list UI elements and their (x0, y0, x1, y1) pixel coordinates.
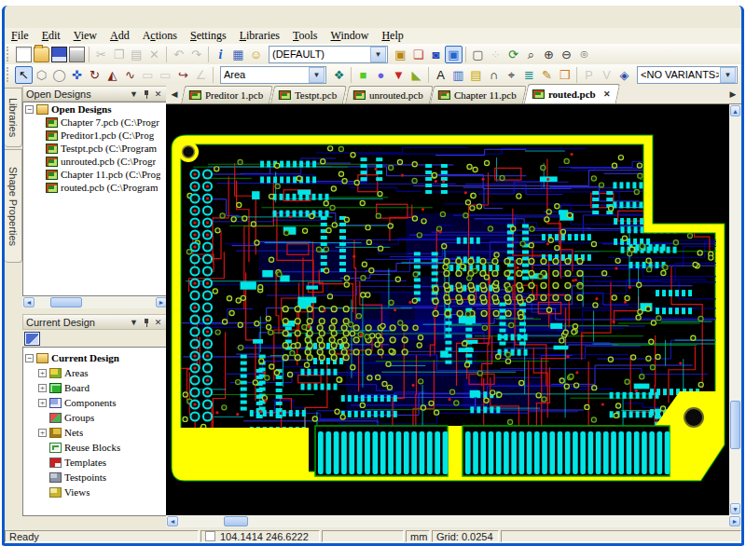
shape-tool-button[interactable]: ▼ (390, 66, 408, 84)
toolbar-button[interactable]: ▢ (469, 46, 487, 63)
toolbar-button[interactable]: A (432, 66, 449, 84)
toolbar-button[interactable]: ↻ (86, 66, 104, 84)
toolbar-button[interactable]: ⌕ (522, 46, 540, 63)
design-category-item[interactable]: + Board (23, 380, 167, 395)
toolbar-button[interactable]: ⌾ (575, 46, 593, 63)
expand-icon[interactable]: + (38, 429, 47, 437)
toolbar-button[interactable]: ↶ (170, 46, 187, 63)
toolbar-button[interactable]: ⊖ (558, 46, 575, 63)
open-designs-header[interactable]: Open Designs ▼ ✕ (22, 86, 168, 102)
toolbar-button[interactable]: ☺ (247, 46, 265, 63)
tab-close-icon[interactable]: ✕ (603, 89, 611, 99)
toolbar-button[interactable]: V (598, 66, 615, 84)
open-design-item[interactable]: Chapter 11.pcb (C:\Prog (23, 168, 167, 181)
grid-indicator[interactable]: Grid: 0.0254 (432, 530, 499, 542)
tree-root-row[interactable]: − Open Designs (23, 102, 167, 116)
panel-close-icon[interactable]: ✕ (152, 318, 164, 327)
toolbar-button[interactable]: ⟳ (504, 46, 522, 63)
design-category-item[interactable]: + Groups (23, 410, 167, 425)
panel-menu-icon[interactable]: ▼ (128, 89, 140, 99)
toolbar-button[interactable]: ▤ (128, 46, 145, 63)
design-category-item[interactable]: + Templates (23, 455, 167, 470)
menu-item[interactable]: Actions (136, 28, 184, 44)
toolbar-button[interactable]: ◯ (50, 66, 68, 84)
design-category-item[interactable]: + Reuse Blocks (23, 440, 167, 455)
menu-item[interactable]: Settings (184, 28, 233, 44)
style-combo[interactable]: (DEFAULT) ▼ (269, 46, 388, 63)
toolbar-button[interactable]: ✕ (145, 46, 163, 63)
scrollbar-thumb[interactable] (730, 401, 740, 449)
canvas-hscrollbar[interactable]: ◄ ► (166, 515, 741, 527)
menu-item[interactable]: Add (104, 28, 136, 44)
combo-arrow-icon[interactable]: ▼ (720, 67, 736, 83)
shape-tool-button[interactable]: ■ (354, 66, 372, 84)
toolbar-button[interactable]: ◈ (615, 66, 633, 84)
toolbar-button[interactable]: P (580, 66, 598, 84)
design-category-item[interactable]: + Views (23, 485, 167, 499)
toolbar-grip[interactable] (7, 47, 11, 61)
expand-icon[interactable]: + (38, 399, 47, 407)
menu-item[interactable]: Edit (35, 28, 67, 44)
toolbar-button[interactable]: ✎ (538, 66, 556, 84)
toolbar-button[interactable]: ⊕ (540, 46, 558, 63)
toolbar-button[interactable] (50, 46, 68, 63)
toolbar-button[interactable]: ✜ (68, 66, 86, 84)
document-tab[interactable]: routed.pcb ✕ (524, 84, 621, 103)
panel-pin-icon[interactable] (140, 317, 152, 328)
menu-item[interactable]: Window (325, 28, 376, 44)
expand-icon[interactable]: + (38, 369, 47, 377)
panel-menu-icon[interactable]: ▼ (128, 318, 140, 327)
toolbar-button[interactable]: ❖ (330, 66, 348, 84)
toolbar-button[interactable]: ▣ (445, 46, 463, 63)
toolbar-grip[interactable] (7, 67, 11, 82)
toolbar-button[interactable]: ◙ (427, 46, 445, 63)
toolbar-button[interactable]: ❐ (110, 46, 128, 63)
toolbar-button[interactable]: ∩ (485, 66, 503, 84)
toolbar-button[interactable] (68, 46, 86, 63)
toolbar-button[interactable] (33, 46, 50, 63)
area-combo[interactable]: Area ▼ (220, 66, 326, 84)
menu-item[interactable]: Tools (286, 28, 325, 44)
side-tab-shape-properties[interactable]: Shape Properties (5, 149, 22, 263)
side-tab-libraries[interactable]: Libraries (5, 88, 22, 147)
collapse-icon[interactable]: − (25, 105, 34, 114)
expand-icon[interactable]: + (38, 384, 47, 392)
toolbar-button[interactable]: ▣ (392, 46, 409, 63)
combo-arrow-icon[interactable]: ▼ (370, 47, 386, 62)
toolbar-button[interactable]: ∿ (121, 66, 139, 84)
collapse-icon[interactable]: − (25, 354, 34, 362)
toolbar-button[interactable]: ⌖ (503, 66, 520, 84)
design-category-item[interactable]: + Areas (23, 365, 167, 380)
toolbar-button[interactable]: ≣ (520, 66, 538, 84)
toolbar-button[interactable]: ▥ (449, 66, 467, 84)
tab-scroll-right-icon[interactable]: ▶ (726, 87, 739, 102)
toolbar-button[interactable] (15, 46, 33, 63)
design-view-icon[interactable] (24, 332, 40, 346)
toolbar-button[interactable]: ◭ (104, 66, 121, 84)
toolbar-button[interactable]: ✂ (92, 46, 110, 63)
toolbar-button[interactable]: ∠ (192, 66, 210, 84)
design-category-item[interactable]: + Testpoints (23, 470, 167, 485)
toolbar-button[interactable]: ↷ (187, 46, 205, 63)
toolbar-button[interactable]: i (212, 46, 229, 63)
document-tab[interactable]: Chapter 11.pcb (430, 86, 527, 103)
menu-item[interactable]: File (5, 28, 35, 44)
document-tab[interactable]: Testpt.pcb (270, 86, 347, 103)
menu-item[interactable]: Libraries (233, 28, 286, 44)
open-design-item[interactable]: Preditor1.pcb (C:\Prog (23, 129, 167, 142)
menu-item[interactable]: Help (375, 28, 409, 44)
current-design-header[interactable]: Current Design ▼ ✕ (22, 314, 168, 330)
toolbar-button[interactable]: ↪ (174, 66, 192, 84)
shape-tool-button[interactable]: ● (372, 66, 390, 84)
document-tab[interactable]: Preditor 1.pcb (181, 86, 273, 103)
tree-root-row[interactable]: − Current Design (23, 350, 167, 365)
panel-pin-icon[interactable] (140, 89, 152, 100)
variants-combo[interactable]: <NO VARIANTS> ▼ (637, 66, 738, 84)
open-design-item[interactable]: Chapter 7.pcb (C:\Progr (23, 116, 167, 129)
toolbar-button[interactable]: ▭ (157, 66, 174, 84)
toolbar-button[interactable]: ⁘ (487, 46, 504, 63)
open-design-item[interactable]: unrouted.pcb (C:\Progr (23, 155, 167, 168)
scrollbar-thumb[interactable] (224, 516, 248, 526)
toolbar-button[interactable]: ▭ (139, 66, 157, 84)
units-indicator[interactable]: mm (406, 530, 430, 542)
